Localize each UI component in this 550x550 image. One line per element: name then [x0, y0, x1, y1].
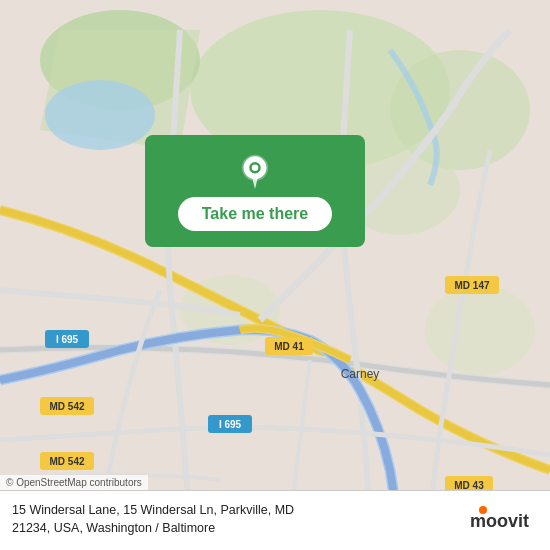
svg-point-29 [479, 506, 487, 514]
svg-text:I 695: I 695 [219, 419, 242, 430]
location-pin-icon [237, 153, 273, 189]
address-block: 15 Windersal Lane, 15 Windersal Ln, Park… [12, 502, 468, 537]
info-bar: 15 Windersal Lane, 15 Windersal Ln, Park… [0, 490, 550, 550]
address-line1: 15 Windersal Lane, 15 Windersal Ln, Park… [12, 503, 294, 517]
svg-text:MD 542: MD 542 [49, 456, 84, 467]
address-line2: 21234, USA, Washington / Baltimore [12, 521, 215, 535]
moovit-logo-svg: moovit [468, 505, 538, 535]
button-overlay: Take me there [145, 135, 365, 247]
attribution-bar: © OpenStreetMap contributors [0, 475, 148, 490]
take-me-there-button[interactable]: Take me there [178, 197, 332, 231]
svg-text:MD 542: MD 542 [49, 401, 84, 412]
svg-text:MD 147: MD 147 [454, 280, 489, 291]
map-container: I 695 MD 542 MD 542 MD 41 I 695 MD 147 M… [0, 0, 550, 550]
svg-text:moovit: moovit [470, 511, 529, 531]
svg-point-8 [45, 80, 155, 150]
svg-text:Carney: Carney [341, 367, 380, 381]
attribution-text: © OpenStreetMap contributors [6, 477, 142, 488]
moovit-logo: moovit [468, 505, 538, 535]
svg-point-7 [425, 285, 535, 375]
svg-point-27 [252, 164, 259, 171]
svg-text:MD 41: MD 41 [274, 341, 304, 352]
svg-text:I 695: I 695 [56, 334, 79, 345]
